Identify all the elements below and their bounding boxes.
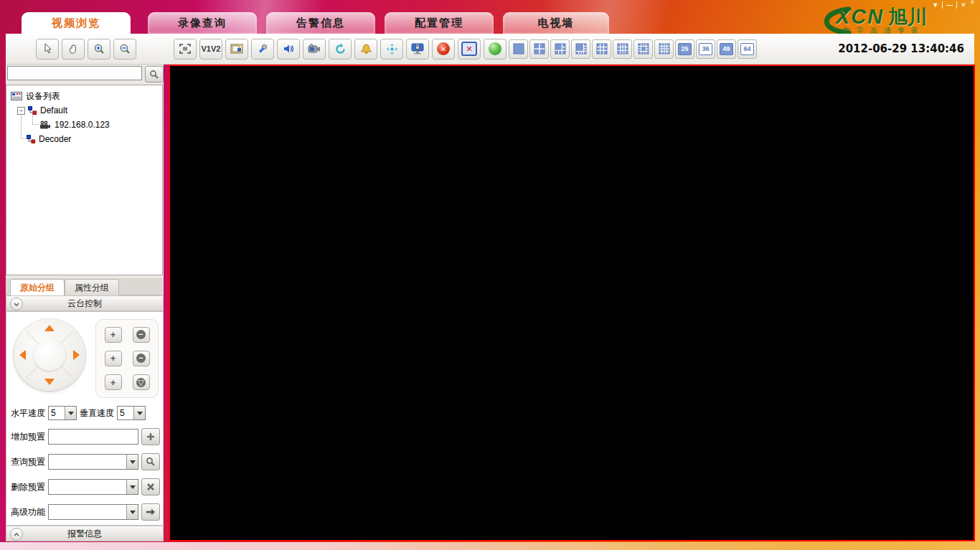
dropdown-arrow-button[interactable] xyxy=(65,407,76,419)
layout-6-button[interactable] xyxy=(550,39,570,59)
close-all-button[interactable]: ✕ xyxy=(458,39,481,60)
run-advanced-button[interactable] xyxy=(141,503,160,521)
search-icon xyxy=(149,70,159,80)
zoom-plus-button[interactable]: + xyxy=(105,351,122,366)
refresh-button[interactable] xyxy=(329,39,352,60)
advanced-function-select[interactable] xyxy=(48,504,138,520)
query-preset-row: 查询预置 xyxy=(11,453,160,470)
connect-icon xyxy=(489,42,501,55)
delete-preset-button[interactable] xyxy=(141,478,160,496)
tab-alarm-info[interactable]: 告警信息 xyxy=(266,12,375,34)
ptz-panel-header[interactable]: 云台控制 xyxy=(6,295,164,311)
delete-preset-label: 删除预置 xyxy=(11,481,48,493)
collapse-icon[interactable]: − xyxy=(17,107,25,115)
layout-36-button[interactable]: 36 xyxy=(696,39,715,59)
layout-64-button[interactable]: 64 xyxy=(738,39,757,59)
advanced-function-row: 高级功能 xyxy=(11,503,160,521)
dropdown-arrow-button[interactable] xyxy=(133,407,145,419)
close-all-icon: ✕ xyxy=(461,42,477,56)
tab-attribute-group[interactable]: 属性分组 xyxy=(65,279,119,295)
layout-10-button[interactable] xyxy=(613,39,632,59)
ptz-right-arrow[interactable] xyxy=(73,350,80,360)
advanced-function-label: 高级功能 xyxy=(11,506,48,518)
alarm-bell-button[interactable] xyxy=(354,39,377,60)
tab-recording-query[interactable]: 录像查询 xyxy=(148,12,257,34)
ptz-down-arrow[interactable] xyxy=(44,379,55,385)
device-search-row xyxy=(6,66,164,82)
layout-13-button[interactable] xyxy=(633,39,653,59)
focus-minus-icon: ▽ xyxy=(136,378,146,387)
layout-1-button[interactable] xyxy=(509,39,528,59)
ptz-up-arrow[interactable] xyxy=(44,325,55,331)
ptz-left-arrow[interactable] xyxy=(19,350,26,360)
chevron-down-icon xyxy=(68,412,74,415)
dropdown-arrow-button[interactable] xyxy=(126,505,138,519)
layout-8-button[interactable] xyxy=(571,39,590,59)
chevron-down-icon xyxy=(130,460,136,464)
layout-10-icon xyxy=(617,43,628,54)
chevron-down-icon xyxy=(14,303,19,306)
arrow-right-icon xyxy=(146,508,156,516)
iris-minus-button[interactable]: − xyxy=(133,327,150,343)
iris-plus-button[interactable]: + xyxy=(105,327,122,343)
stop-button[interactable]: ✕ xyxy=(432,39,455,60)
focus-minus-button[interactable]: ▽ xyxy=(133,374,150,390)
dropdown-arrow-button[interactable] xyxy=(126,480,138,494)
expand-alarm-button[interactable] xyxy=(10,528,23,541)
tab-original-group[interactable]: 原始分组 xyxy=(10,279,65,295)
zoom-in-tool-button[interactable] xyxy=(88,39,110,60)
layout-4-icon xyxy=(534,43,545,54)
device-list-icon xyxy=(11,92,22,100)
ptz-center-button[interactable] xyxy=(34,339,65,371)
camcorder-icon xyxy=(308,44,321,54)
audio-button[interactable] xyxy=(277,39,300,60)
vertical-speed-select[interactable]: 5 xyxy=(117,406,146,420)
tab-video-browse[interactable]: 视频浏览 xyxy=(22,12,131,34)
ptz-arrows-icon xyxy=(386,43,398,55)
query-preset-button[interactable] xyxy=(141,453,160,470)
collapse-ptz-button[interactable] xyxy=(10,298,23,310)
group-node-icon xyxy=(28,106,37,115)
stream-toggle-button[interactable]: V1V2 xyxy=(199,39,222,60)
layout-1-icon xyxy=(513,43,524,54)
alarm-panel-header[interactable]: 报警信息 xyxy=(6,526,164,541)
ptz-panel-button[interactable] xyxy=(380,39,403,60)
group-tab-bar: 原始分组 属性分组 xyxy=(6,278,164,295)
alarm-bell-icon xyxy=(360,44,372,54)
add-preset-input[interactable] xyxy=(48,429,138,445)
tree-node-default[interactable]: − Default xyxy=(17,104,67,117)
video-display-area[interactable] xyxy=(169,65,975,541)
tree-root-device-list[interactable]: 设备列表 xyxy=(11,90,60,103)
dropdown-arrow-button[interactable] xyxy=(126,455,138,469)
fullscreen-button[interactable] xyxy=(174,39,197,60)
layout-49-button[interactable]: 49 xyxy=(717,39,736,59)
device-search-input[interactable] xyxy=(7,66,142,80)
cursor-tool-button[interactable] xyxy=(36,39,59,60)
record-button[interactable] xyxy=(303,39,326,60)
hand-pan-tool-button[interactable] xyxy=(62,39,85,60)
layout-64-icon: 64 xyxy=(740,43,754,55)
horizontal-speed-select[interactable]: 5 xyxy=(48,406,77,420)
tree-node-decoder[interactable]: Decoder xyxy=(27,133,71,146)
screen-lock-button[interactable] xyxy=(406,39,429,60)
query-preset-select[interactable] xyxy=(48,454,138,470)
focus-plus-button[interactable]: + xyxy=(105,374,122,390)
layout-25-button[interactable]: 25 xyxy=(675,39,694,59)
device-search-button[interactable] xyxy=(145,66,164,82)
connect-button[interactable] xyxy=(484,39,507,60)
snapshot-button[interactable] xyxy=(225,39,248,60)
tab-config-management[interactable]: 配置管理 xyxy=(385,12,494,34)
lens-control-cluster: + − + − + ▽ xyxy=(95,319,159,398)
zoom-minus-button[interactable]: − xyxy=(133,351,150,366)
layout-4-button[interactable] xyxy=(529,39,549,59)
layout-9-button[interactable] xyxy=(592,39,611,59)
zoom-out-tool-button[interactable] xyxy=(113,39,136,60)
talk-button[interactable] xyxy=(251,39,274,60)
vertical-speed-label: 垂直速度 xyxy=(80,407,114,419)
hand-pan-icon xyxy=(67,43,79,54)
tree-leaf-camera[interactable]: 192.168.0.123 xyxy=(39,118,110,131)
add-preset-button[interactable] xyxy=(141,428,160,445)
tab-tv-wall[interactable]: 电视墙 xyxy=(503,12,609,34)
delete-preset-select[interactable] xyxy=(48,479,138,495)
layout-16-button[interactable] xyxy=(654,39,674,59)
